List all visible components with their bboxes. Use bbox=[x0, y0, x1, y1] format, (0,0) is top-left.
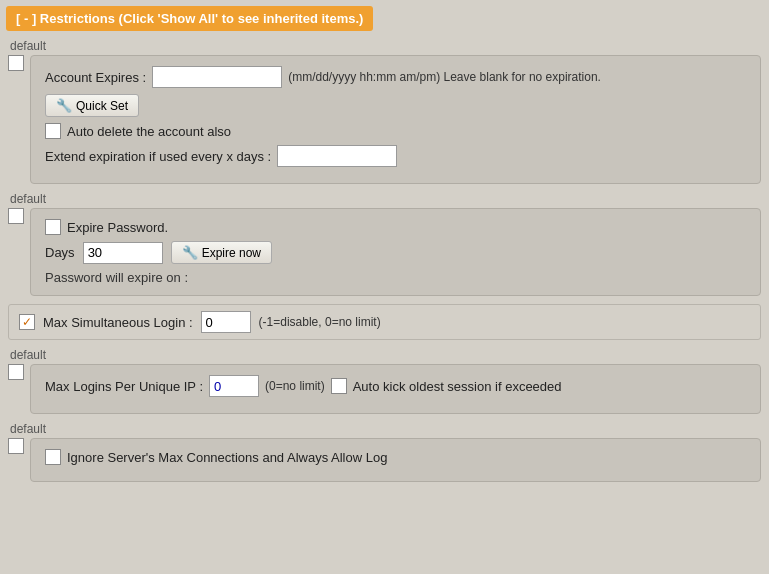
max-logins-input[interactable] bbox=[209, 375, 259, 397]
expire-now-label: Expire now bbox=[202, 246, 261, 260]
extend-label: Extend expiration if used every x days : bbox=[45, 149, 271, 164]
account-expires-checkbox[interactable] bbox=[8, 55, 24, 71]
expire-now-button[interactable]: 🔧 Expire now bbox=[171, 241, 272, 264]
max-logins-section-checkbox[interactable] bbox=[8, 364, 24, 380]
auto-delete-checkbox[interactable] bbox=[45, 123, 61, 139]
max-sim-input[interactable] bbox=[201, 311, 251, 333]
extend-input[interactable] bbox=[277, 145, 397, 167]
max-logins-ip-section: default Max Logins Per Unique IP : (0=no… bbox=[8, 348, 761, 414]
checkmark-icon: ✓ bbox=[22, 315, 32, 329]
expire-now-wrench-icon: 🔧 bbox=[182, 245, 198, 260]
days-input[interactable] bbox=[83, 242, 163, 264]
account-expires-section: default Account Expires : (mm/dd/yyyy hh… bbox=[8, 39, 761, 184]
account-expires-row: Account Expires : (mm/dd/yyyy hh:mm am/p… bbox=[8, 55, 761, 184]
days-label: Days bbox=[45, 245, 75, 260]
expire-password-row: Expire Password. Days 🔧 Expire now Passw… bbox=[8, 208, 761, 296]
account-expires-field-row: Account Expires : (mm/dd/yyyy hh:mm am/p… bbox=[45, 66, 746, 88]
auto-kick-checkbox[interactable] bbox=[331, 378, 347, 394]
auto-delete-label: Auto delete the account also bbox=[67, 124, 231, 139]
main-container: default Account Expires : (mm/dd/yyyy hh… bbox=[0, 35, 769, 494]
ignore-server-inner: Ignore Server's Max Connections and Alwa… bbox=[30, 438, 761, 482]
ignore-server-label: Ignore Server's Max Connections and Alwa… bbox=[67, 450, 387, 465]
expire-password-inner: Expire Password. Days 🔧 Expire now Passw… bbox=[30, 208, 761, 296]
account-expires-hint: (mm/dd/yyyy hh:mm am/pm) Leave blank for… bbox=[288, 70, 601, 84]
max-logins-inner: Max Logins Per Unique IP : (0=no limit) … bbox=[30, 364, 761, 414]
max-logins-label: Max Logins Per Unique IP : bbox=[45, 379, 203, 394]
max-sim-hint: (-1=disable, 0=no limit) bbox=[259, 315, 381, 329]
quick-set-label: Quick Set bbox=[76, 99, 128, 113]
ignore-server-row: Ignore Server's Max Connections and Alwa… bbox=[8, 438, 761, 482]
max-logins-hint: (0=no limit) bbox=[265, 379, 325, 393]
max-logins-row: Max Logins Per Unique IP : (0=no limit) … bbox=[8, 364, 761, 414]
ignore-server-section-checkbox[interactable] bbox=[8, 438, 24, 454]
max-simultaneous-checkbox[interactable]: ✓ bbox=[19, 314, 35, 330]
auto-kick-label: Auto kick oldest session if exceeded bbox=[353, 379, 562, 394]
expire-password-section-checkbox[interactable] bbox=[8, 208, 24, 224]
account-expires-label: Account Expires : bbox=[45, 70, 146, 85]
expire-password-section: default Expire Password. Days 🔧 Expire n… bbox=[8, 192, 761, 296]
expire-password-label: Expire Password. bbox=[67, 220, 168, 235]
quick-set-row: 🔧 Quick Set bbox=[45, 94, 746, 117]
quick-set-button[interactable]: 🔧 Quick Set bbox=[45, 94, 139, 117]
extend-expiration-row: Extend expiration if used every x days : bbox=[45, 145, 746, 167]
max-sim-label: Max Simultaneous Login : bbox=[43, 315, 193, 330]
ignore-server-section: default Ignore Server's Max Connections … bbox=[8, 422, 761, 482]
account-expires-inner: Account Expires : (mm/dd/yyyy hh:mm am/p… bbox=[30, 55, 761, 184]
days-row: Days 🔧 Expire now bbox=[45, 241, 746, 264]
expire-password-checkbox[interactable] bbox=[45, 219, 61, 235]
expire-password-group-label: default bbox=[10, 192, 761, 206]
max-logins-group-label: default bbox=[10, 348, 761, 362]
max-simultaneous-section: ✓ Max Simultaneous Login : (-1=disable, … bbox=[8, 304, 761, 340]
ignore-server-checkbox-row: Ignore Server's Max Connections and Alwa… bbox=[45, 449, 746, 465]
auto-delete-row: Auto delete the account also bbox=[45, 123, 746, 139]
will-expire-label: Password will expire on : bbox=[45, 270, 188, 285]
header-bar: [ - ] Restrictions (Click 'Show All' to … bbox=[0, 0, 769, 35]
expire-date-row: Password will expire on : bbox=[45, 270, 746, 285]
wrench-icon: 🔧 bbox=[56, 98, 72, 113]
max-logins-field-row: Max Logins Per Unique IP : (0=no limit) … bbox=[45, 375, 746, 397]
header-label: [ - ] Restrictions (Click 'Show All' to … bbox=[6, 6, 373, 31]
account-expires-group-label: default bbox=[10, 39, 761, 53]
ignore-server-checkbox[interactable] bbox=[45, 449, 61, 465]
max-simultaneous-row: ✓ Max Simultaneous Login : (-1=disable, … bbox=[8, 304, 761, 340]
ignore-server-group-label: default bbox=[10, 422, 761, 436]
account-expires-input[interactable] bbox=[152, 66, 282, 88]
expire-password-checkbox-row: Expire Password. bbox=[45, 219, 746, 235]
